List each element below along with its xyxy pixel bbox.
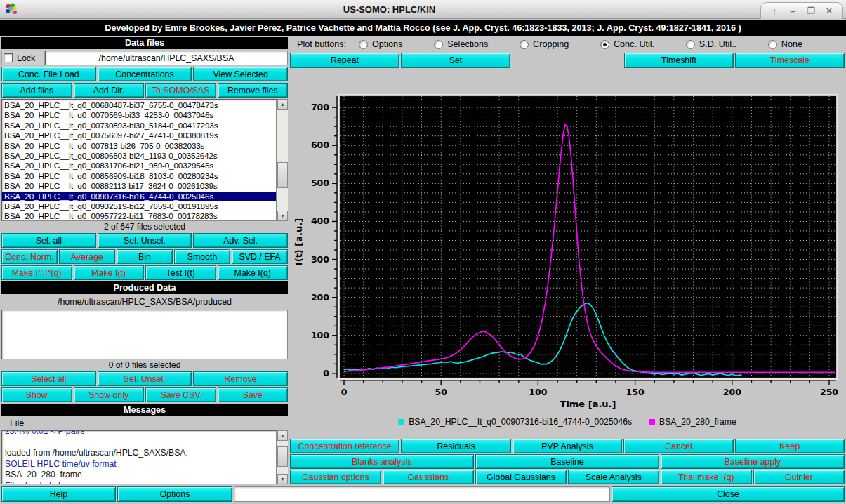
file-item[interactable]: BSA_20_HPLC__It_q0_00730893-bi30_5184-0_…: [2, 121, 276, 131]
smooth-button[interactable]: Smooth: [174, 249, 230, 264]
messages-scrollbar[interactable]: ▲ ▼: [277, 430, 288, 484]
conc-file-load-button[interactable]: Conc. File Load: [1, 67, 96, 81]
options-button[interactable]: Options: [117, 486, 232, 502]
test-i-t-button[interactable]: Test I(t): [145, 265, 216, 280]
sel-all-button[interactable]: Sel. all: [1, 233, 96, 248]
show-button[interactable]: Show: [1, 387, 72, 402]
file-item[interactable]: BSA_20_HPLC__It_q0_0070569-bi33_4253-0_0…: [2, 110, 276, 120]
scroll-track[interactable]: [277, 441, 288, 474]
concentration-reference-button[interactable]: Concentration reference: [290, 439, 399, 453]
baseline-apply-button[interactable]: Baseline apply: [661, 454, 845, 469]
produced-file-list[interactable]: [1, 310, 288, 359]
blanks-analysis-button[interactable]: Blanks analysis: [290, 454, 474, 469]
guinier-button[interactable]: Guinier: [753, 470, 845, 484]
gaussian-options-button[interactable]: Gaussian options: [290, 470, 381, 484]
repeat-button[interactable]: Repeat: [290, 53, 399, 68]
show-only-button[interactable]: Show only: [74, 387, 145, 402]
radio-circle-icon[interactable]: [359, 40, 368, 49]
lock-row: Lock /home/ultrascan/HPLC_SAXS/BSA: [1, 51, 288, 65]
average-button[interactable]: Average: [59, 249, 115, 264]
selections-radio[interactable]: Selections: [434, 39, 488, 49]
adv-sel-button[interactable]: Adv. Sel.: [193, 233, 288, 248]
gaussians-button[interactable]: Gaussians: [383, 470, 474, 484]
svd-efa-button[interactable]: SVD / EFA: [232, 249, 288, 264]
minimize-icon[interactable]: –: [784, 3, 802, 19]
file-list[interactable]: BSA_20_HPLC__It_q0_00680487-bi37_6755-0_…: [1, 99, 277, 221]
file-item[interactable]: BSA_20_HPLC__It_q0_00932519-bi12_7659-0_…: [2, 201, 276, 211]
conc-util-radio[interactable]: Conc. Util.: [600, 39, 654, 49]
conc-norm-button[interactable]: Conc. Norm.: [1, 249, 58, 264]
none-radio[interactable]: None: [768, 39, 802, 49]
file-item[interactable]: BSA_20_HPLC__It_q0_00856909-bi18_8103-0_…: [2, 171, 276, 181]
view-selected-button[interactable]: View Selected: [193, 67, 288, 81]
pvp-analysis-button[interactable]: PVP Analysis: [513, 439, 622, 453]
radio-circle-icon[interactable]: [686, 40, 695, 49]
concentrations-button[interactable]: Concentrations: [98, 67, 192, 81]
messages-box[interactable]: 23.4% 0.01 < P pairs loaded from /home/u…: [1, 430, 277, 484]
radio-circle-icon[interactable]: [768, 40, 777, 49]
title-bar[interactable]: US-SOMO: HPLC/KIN ↑ – ❐ ✕: [0, 0, 846, 19]
lock-toggle[interactable]: Lock: [1, 51, 45, 65]
baseline-button[interactable]: Baseline: [475, 454, 659, 469]
cancel-button[interactable]: Cancel: [623, 439, 733, 453]
timescale-button[interactable]: Timescale: [735, 53, 845, 68]
bin-button[interactable]: Bin: [117, 249, 173, 264]
radio-circle-icon[interactable]: [434, 40, 443, 49]
radio-circle-icon[interactable]: [600, 40, 609, 49]
sel-unsel-button[interactable]: Sel. Unsel.: [98, 233, 192, 248]
legend-swatch-icon: [649, 419, 655, 425]
scroll-up-icon[interactable]: ▲: [277, 99, 288, 110]
save-csv-button[interactable]: Save CSV: [145, 387, 216, 402]
radio-circle-icon[interactable]: [520, 40, 529, 49]
file-item[interactable]: BSA_20_HPLC__It_q0_00882113-bi17_3624-0_…: [2, 181, 276, 191]
s-d-util-radio[interactable]: S.D. Util..: [686, 39, 736, 49]
scroll-thumb[interactable]: [277, 446, 288, 466]
scroll-up-icon[interactable]: ▲: [277, 430, 288, 441]
file-item[interactable]: BSA_20_HPLC__It_q0_00680487-bi37_6755-0_…: [2, 100, 276, 110]
rollup-icon[interactable]: ↑: [765, 3, 784, 19]
app-icon: [4, 2, 18, 16]
make-i-i-q-button[interactable]: Make I#,I*(q): [1, 265, 72, 280]
select-all-button[interactable]: Select all: [1, 371, 96, 386]
file-item[interactable]: BSA_20_HPLC__It_q0_00957722-bi11_7683-0_…: [2, 211, 276, 221]
trial-make-i-q-button[interactable]: Trial make I(q): [661, 470, 752, 484]
cropping-radio[interactable]: Cropping: [520, 39, 569, 49]
save-button[interactable]: Save: [218, 387, 289, 402]
options-radio[interactable]: Options: [359, 39, 402, 49]
maximize-icon[interactable]: ❐: [802, 3, 820, 19]
file-item[interactable]: BSA_20_HPLC__It_q0_00806503-bi24_1193-0_…: [2, 151, 276, 161]
scale-analysis-button[interactable]: Scale Analysis: [568, 470, 659, 484]
file-item[interactable]: BSA_20_HPLC__It_q0_00907316-bi16_4744-0_…: [2, 192, 276, 201]
file-list-scrollbar[interactable]: ▲ ▼: [277, 99, 288, 221]
make-i-t-button[interactable]: Make I(t): [74, 265, 145, 280]
set-button[interactable]: Set: [401, 53, 510, 68]
close-button[interactable]: Close: [612, 486, 845, 502]
file-menu[interactable]: File: [10, 418, 24, 428]
close-icon[interactable]: ✕: [820, 3, 838, 19]
scroll-down-icon[interactable]: ▼: [277, 474, 288, 484]
make-i-q-button[interactable]: Make I(q): [218, 265, 289, 280]
file-item[interactable]: BSA_20_HPLC__It_q0_007813-bi26_705-0_003…: [2, 141, 276, 151]
remove-files-button[interactable]: Remove files: [218, 83, 289, 98]
global-gaussians-button[interactable]: Global Gaussians: [475, 470, 567, 484]
residuals-button[interactable]: Residuals: [401, 439, 510, 453]
remove-button[interactable]: Remove: [193, 371, 288, 386]
help-button[interactable]: Help: [1, 486, 116, 502]
svg-text:50: 50: [435, 387, 448, 397]
legend-entry: BSA_20_HPLC__It_q0_00907316-bi16_4744-0_…: [398, 417, 632, 427]
data-directory-field[interactable]: /home/ultrascan/HPLC_SAXS/BSA: [45, 51, 288, 65]
sel-unsel-button[interactable]: Sel. Unsel.: [98, 371, 192, 386]
scroll-thumb[interactable]: [277, 162, 288, 188]
scroll-down-icon[interactable]: ▼: [277, 211, 288, 221]
keep-button[interactable]: Keep: [735, 439, 845, 453]
to-somo-sas-button[interactable]: To SOMO/SAS: [145, 83, 216, 98]
file-item[interactable]: BSA_20_HPLC__It_q0_00756097-bi27_4741-0_…: [2, 131, 276, 140]
add-dir-button[interactable]: Add Dir.: [74, 83, 145, 98]
file-item[interactable]: BSA_20_HPLC__It_q0_00831706-bi21_989-0_0…: [2, 161, 276, 171]
plot-canvas[interactable]: 050100150200250Time [a.u.]01002003004005…: [290, 69, 845, 415]
scroll-track[interactable]: [277, 110, 288, 211]
add-files-button[interactable]: Add files: [1, 83, 72, 98]
timeshift-button[interactable]: Timeshift: [624, 53, 734, 68]
svg-text:200: 200: [311, 292, 329, 303]
lock-checkbox[interactable]: [4, 53, 13, 62]
